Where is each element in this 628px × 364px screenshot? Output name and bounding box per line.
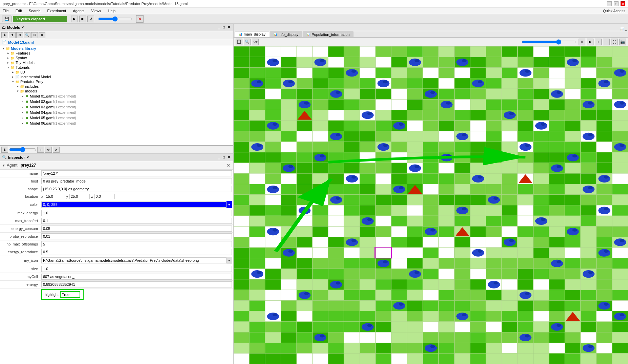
reload-button[interactable]: ↺ bbox=[87, 16, 94, 22]
disp-btn-zoom-in[interactable]: 🔍 bbox=[244, 39, 251, 45]
sep-btn1[interactable]: ⬇ bbox=[1, 147, 8, 153]
disp-btn-play-once[interactable]: ▶ bbox=[587, 39, 593, 45]
minimize-button[interactable]: ─ bbox=[607, 1, 612, 6]
svg-point-963 bbox=[430, 345, 435, 348]
maximize-button[interactable]: □ bbox=[614, 1, 619, 6]
menu-file[interactable]: File bbox=[1, 9, 10, 13]
svg-point-908 bbox=[598, 207, 610, 214]
speed-slider[interactable] bbox=[98, 16, 132, 22]
svg-rect-171 bbox=[565, 110, 581, 121]
tree-item[interactable]: ▸■Model 02.gaml (1 experiment) bbox=[0, 99, 233, 104]
disp-btn-cam2[interactable]: 📷 bbox=[619, 39, 626, 45]
svg-rect-477 bbox=[265, 248, 281, 258]
svg-rect-381 bbox=[328, 205, 344, 216]
disp-btn-camera[interactable]: 🔲 bbox=[236, 39, 242, 45]
disp-btn-pause[interactable]: ⏸ bbox=[579, 39, 585, 45]
prop-value-input[interactable] bbox=[41, 210, 232, 216]
svg-point-850 bbox=[614, 101, 626, 108]
disp-btn-fullscreen[interactable]: ⛶ bbox=[611, 39, 618, 45]
tree-item[interactable]: ▾📁Predator Prey bbox=[0, 79, 233, 84]
sep-pause-btn[interactable]: ⏸ bbox=[37, 147, 44, 153]
tree-item[interactable]: ▸■Model 05.gaml (1 experiment) bbox=[0, 115, 233, 121]
tree-container[interactable]: ▾📁Models library▸📁Features▸📁Syntax▸📁Toy … bbox=[0, 45, 233, 145]
close-agent-button[interactable]: ✕ bbox=[226, 163, 231, 168]
step-button[interactable]: ⏭ bbox=[79, 16, 86, 22]
close-button[interactable]: ✕ bbox=[621, 1, 625, 6]
insp-max[interactable]: □ bbox=[222, 155, 226, 159]
tree-item[interactable]: ▾📁Tutorials bbox=[0, 65, 233, 70]
panel-expand-icon[interactable]: □ bbox=[222, 25, 226, 29]
location-x-input[interactable] bbox=[45, 194, 65, 199]
sep-close-btn[interactable]: ✕ bbox=[53, 147, 60, 153]
refresh-btn[interactable]: ↺ bbox=[31, 32, 38, 38]
filter-btn[interactable]: 🔍 bbox=[24, 32, 30, 38]
tree-item[interactable]: ▸📁Toy Models bbox=[0, 60, 233, 65]
prop-value-input[interactable] bbox=[41, 170, 232, 176]
tab-info-display[interactable]: 📊 info_display bbox=[270, 31, 302, 37]
tree-item[interactable]: ▸■Model 03.gaml (1 experiment) bbox=[0, 104, 233, 110]
tree-item[interactable]: ▸📁Syntax bbox=[0, 56, 233, 60]
upload-btn[interactable]: ⬆ bbox=[9, 32, 16, 38]
titlebar: prey_predator - F:\Gama\GamaSource\msi.g… bbox=[0, 0, 628, 7]
tree-item[interactable]: ▸📄Incremental Model bbox=[0, 74, 233, 79]
display-zoom-slider[interactable] bbox=[522, 39, 576, 45]
prop-value-input[interactable] bbox=[41, 241, 232, 247]
insp-close[interactable]: ✕ bbox=[226, 155, 231, 159]
tree-item[interactable]: ▸■Model 01.gaml (1 experiment) bbox=[0, 93, 233, 99]
menu-search[interactable]: Search bbox=[27, 9, 42, 13]
svg-rect-363 bbox=[439, 195, 454, 205]
prop-value-input[interactable] bbox=[41, 249, 232, 255]
play-button[interactable]: ▶ bbox=[71, 16, 78, 22]
dropdown-value-input[interactable] bbox=[41, 257, 226, 263]
svg-rect-543 bbox=[518, 269, 533, 279]
highlight-value-input[interactable] bbox=[60, 291, 80, 298]
prop-value-input[interactable] bbox=[41, 274, 232, 280]
prop-value-input[interactable] bbox=[41, 186, 232, 192]
tab-population-info[interactable]: 📊 Population_information bbox=[303, 31, 353, 37]
sep-reload-btn[interactable]: ↺ bbox=[45, 147, 52, 153]
tree-item[interactable]: ▸📁includes bbox=[0, 84, 233, 89]
prop-value-input[interactable] bbox=[41, 233, 232, 239]
prop-value-input[interactable] bbox=[41, 218, 232, 224]
menu-experiment[interactable]: Experiment bbox=[46, 9, 68, 13]
menu-help[interactable]: Help bbox=[107, 9, 117, 13]
disp-btn-settings[interactable]: ⚙▾ bbox=[252, 39, 259, 45]
svg-rect-21 bbox=[565, 46, 581, 57]
tree-item[interactable]: ▸■Model 04.gaml (1 experiment) bbox=[0, 110, 233, 115]
insp-min[interactable]: _ bbox=[217, 155, 221, 159]
color-value-input[interactable] bbox=[41, 201, 226, 208]
menu-edit[interactable]: Edit bbox=[14, 9, 23, 13]
tree-item[interactable]: ▸📁3D bbox=[0, 70, 233, 74]
tree-item[interactable]: ▾📁models bbox=[0, 89, 233, 93]
save-button[interactable]: 💾 bbox=[2, 16, 12, 22]
disp-btn-minus[interactable]: − bbox=[603, 39, 610, 45]
menu-agents[interactable]: Agents bbox=[71, 9, 86, 13]
svg-rect-326 bbox=[250, 184, 265, 194]
prop-value-input[interactable] bbox=[41, 281, 232, 287]
svg-rect-33 bbox=[360, 57, 375, 67]
prop-value-cell bbox=[41, 281, 233, 288]
tab-main-display[interactable]: 📊 main_display bbox=[235, 31, 269, 37]
panel-collapse-icon[interactable]: _ bbox=[217, 25, 221, 29]
panel-close-icon[interactable]: ✕ bbox=[226, 25, 231, 29]
dropdown-arrow-icon[interactable]: ▾ bbox=[226, 257, 232, 264]
tree-item[interactable]: ▾📁Models library bbox=[0, 46, 233, 51]
disp-btn-plus[interactable]: + bbox=[595, 39, 602, 45]
prop-value-input[interactable] bbox=[41, 266, 232, 272]
prop-value-input[interactable] bbox=[41, 178, 232, 184]
location-y-input[interactable] bbox=[69, 194, 90, 199]
menu-views[interactable]: Views bbox=[90, 9, 102, 13]
location-z-input[interactable] bbox=[94, 194, 115, 199]
svg-rect-652 bbox=[265, 322, 281, 332]
quick-access[interactable]: Quick Access bbox=[602, 9, 627, 13]
panel-close-btn[interactable]: ✕ bbox=[39, 32, 45, 38]
stop-button[interactable]: ✕ bbox=[136, 15, 144, 23]
download-btn[interactable]: ⬇ bbox=[1, 32, 8, 38]
tree-item[interactable]: ▸■Model 06.gaml (1 experiment) bbox=[0, 121, 233, 126]
prop-value-input[interactable] bbox=[41, 226, 232, 232]
tree-item[interactable]: ▸📁Features bbox=[0, 51, 233, 56]
svg-rect-741 bbox=[486, 354, 502, 364]
settings-btn[interactable]: ⚙ bbox=[16, 32, 23, 38]
sep-slider[interactable] bbox=[9, 147, 36, 152]
color-dropdown-arrow[interactable]: ▾ bbox=[226, 201, 232, 208]
